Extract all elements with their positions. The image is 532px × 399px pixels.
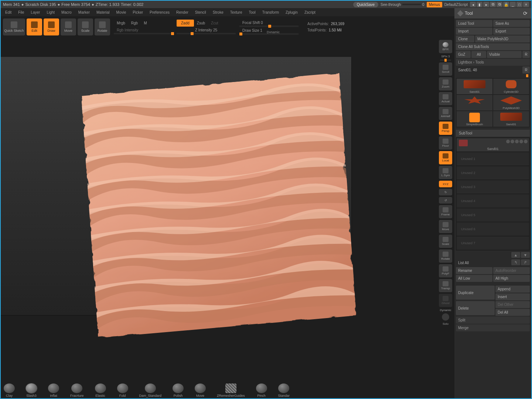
maximize-button[interactable]: □: [516, 2, 522, 7]
draw-button[interactable]: Draw: [44, 18, 59, 35]
brush-move[interactable]: Move: [195, 383, 206, 398]
winbtn-1[interactable]: ◂: [470, 2, 476, 7]
menu-light[interactable]: Light: [44, 9, 58, 16]
brush-inflat[interactable]: Inflat: [48, 383, 59, 398]
insert-button[interactable]: Insert: [495, 293, 530, 300]
tool-r-button[interactable]: R: [522, 66, 530, 74]
menus-toggle[interactable]: Menus: [427, 2, 442, 7]
subtool-unused-5[interactable]: Unused 5: [457, 208, 529, 222]
move-up-button[interactable]: ▲: [511, 252, 520, 258]
subtool-sand01[interactable]: Sand01: [457, 138, 529, 151]
brush-zremesher-guides[interactable]: ZRemesherGuides: [217, 383, 245, 398]
panel-title[interactable]: Tool⟳: [454, 8, 531, 18]
append-button[interactable]: Append: [495, 286, 530, 293]
menu-texture[interactable]: Texture: [227, 9, 245, 16]
goz-button[interactable]: GoZ: [456, 51, 471, 58]
delete-button[interactable]: Delete: [456, 301, 495, 315]
brush-fold[interactable]: Fold: [117, 383, 128, 398]
rot-y-button[interactable]: ↻: [439, 189, 452, 195]
viewport[interactable]: [1, 38, 438, 383]
rgb-toggle[interactable]: Rgb: [128, 20, 141, 27]
menu-zplugin[interactable]: Zplugin: [283, 9, 301, 16]
goz-all-button[interactable]: All: [471, 51, 486, 58]
subtool-unused-6[interactable]: Unused 6: [457, 222, 529, 236]
persp-button[interactable]: Persp: [439, 122, 452, 135]
all-low-button[interactable]: All Low: [456, 275, 492, 282]
solo-button[interactable]: [442, 313, 449, 321]
nav-up-button[interactable]: ↰: [511, 259, 520, 265]
brush-standard[interactable]: Standar: [278, 383, 290, 398]
brush-clay[interactable]: Clay: [4, 383, 15, 398]
winbtn-3[interactable]: ▸: [483, 2, 489, 7]
goz-r-button[interactable]: R: [522, 51, 530, 58]
transp-button[interactable]: Transp: [439, 279, 452, 292]
rot-z-button[interactable]: ↺: [439, 197, 452, 204]
scale-button[interactable]: Scale: [78, 18, 93, 35]
menu-render[interactable]: Render: [173, 9, 191, 16]
autoreorder-button[interactable]: AutoReorder: [493, 267, 530, 274]
tool-slider[interactable]: [456, 75, 530, 76]
polyf-button[interactable]: PolyF: [439, 264, 452, 277]
lightbox-tools-button[interactable]: Lightbox › Tools: [456, 59, 530, 66]
menu-file[interactable]: File: [15, 9, 27, 16]
ghost-button[interactable]: Ghost: [439, 294, 452, 307]
winbtn-2[interactable]: ▮: [477, 2, 482, 7]
brush-elastic[interactable]: Elastic: [95, 383, 106, 398]
frame-button[interactable]: Frame: [439, 205, 452, 218]
clone-all-subtools-button[interactable]: Clone All SubTools: [456, 43, 530, 50]
subtool-unused-3[interactable]: Unused 3: [457, 180, 529, 194]
load-tool-button[interactable]: Load Tool: [456, 20, 492, 27]
duplicate-button[interactable]: Duplicate: [456, 286, 495, 300]
del-all-button[interactable]: Del All: [495, 309, 530, 316]
brush-fracture[interactable]: Fracrture: [70, 383, 84, 398]
actual-button[interactable]: Actual: [439, 92, 452, 105]
subtool-unused-4[interactable]: Unused 4: [457, 194, 529, 208]
rename-button[interactable]: Rename: [456, 267, 492, 274]
seethrough-slider[interactable]: See-through 0: [381, 3, 424, 7]
nav-down-button[interactable]: ↱: [521, 259, 530, 265]
tool-sand01-b[interactable]: Sand01: [493, 111, 529, 127]
tool-simplebrush[interactable]: SimpleBrush: [457, 111, 492, 127]
close-button[interactable]: ×: [523, 2, 529, 7]
subtool-header[interactable]: SubTool: [456, 130, 530, 137]
menu-stencil[interactable]: Stencil: [192, 9, 209, 16]
tool-cylinder3d[interactable]: Cylinder3D: [493, 79, 529, 94]
m-toggle[interactable]: M: [141, 20, 150, 27]
zcut-toggle[interactable]: Zcut: [208, 20, 221, 27]
move-button[interactable]: Move: [61, 18, 76, 35]
bpr-button[interactable]: BPR: [439, 40, 452, 53]
menu-zscript[interactable]: Zscript: [301, 9, 318, 16]
menu-marker[interactable]: Marker: [75, 9, 93, 16]
split-header[interactable]: Split: [456, 317, 530, 324]
menu-layer[interactable]: Layer: [28, 9, 43, 16]
list-all-button[interactable]: List All: [456, 259, 511, 266]
menu-tool[interactable]: Tool: [246, 9, 259, 16]
clone-button[interactable]: Clone: [456, 35, 474, 42]
zoom-button[interactable]: Zoom: [439, 77, 452, 91]
scroll-button[interactable]: Scroll: [439, 62, 452, 76]
subtool-unused-7[interactable]: Unused 7: [457, 236, 529, 250]
spix-slider[interactable]: [440, 59, 451, 61]
winbtn-4[interactable]: ⧉: [490, 2, 496, 7]
save-as-button[interactable]: Save As: [493, 20, 530, 27]
minimize-button[interactable]: _: [510, 2, 516, 7]
subtool-unused-2[interactable]: Unused 2: [457, 166, 529, 180]
menu-transform[interactable]: Transform: [259, 9, 282, 16]
lsym-button[interactable]: L.Sym: [439, 166, 452, 179]
aahalf-button[interactable]: AAHalf: [439, 107, 452, 120]
tool-polymesh3d[interactable]: PolyMesh3D: [493, 95, 529, 110]
tool-star[interactable]: [457, 95, 492, 110]
xyz-button[interactable]: XYZ: [439, 181, 452, 187]
tool-sand01[interactable]: Sand01: [457, 79, 492, 94]
rotate-button[interactable]: Rotate: [95, 18, 110, 35]
brush-pinch[interactable]: Pinch: [256, 383, 267, 398]
menu-material[interactable]: Material: [93, 9, 113, 16]
refresh-icon[interactable]: ⟳: [523, 10, 528, 16]
menu-picker[interactable]: Picker: [130, 9, 146, 16]
move-down-button[interactable]: ▼: [521, 252, 530, 258]
import-button[interactable]: Import: [456, 28, 492, 35]
move-nav-button[interactable]: Move: [439, 220, 452, 233]
default-zscript[interactable]: DefaultZScript: [444, 3, 468, 7]
menu-edit[interactable]: Edit: [2, 9, 14, 16]
quicksave-button[interactable]: QuickSave: [353, 2, 378, 7]
